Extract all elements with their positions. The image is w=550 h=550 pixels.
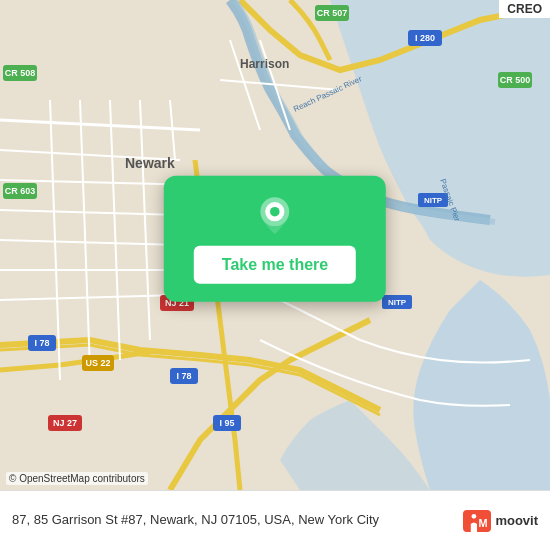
svg-text:NJ 27: NJ 27 xyxy=(53,418,77,428)
svg-text:Harrison: Harrison xyxy=(240,57,289,71)
creo-bar: CREO xyxy=(499,0,550,18)
creo-label: CREO xyxy=(507,2,542,16)
moovit-icon: M xyxy=(463,510,491,532)
svg-text:CR 500: CR 500 xyxy=(500,75,531,85)
svg-text:M: M xyxy=(479,517,488,529)
address-text: 87, 85 Garrison St #87, Newark, NJ 07105… xyxy=(12,511,463,529)
svg-text:CR 603: CR 603 xyxy=(5,186,36,196)
bottom-bar: 87, 85 Garrison St #87, Newark, NJ 07105… xyxy=(0,490,550,550)
moovit-text: moovit xyxy=(495,513,538,528)
moovit-logo: M moovit xyxy=(463,510,538,532)
take-me-there-button[interactable]: Take me there xyxy=(194,246,356,284)
svg-text:CR 507: CR 507 xyxy=(317,8,348,18)
svg-text:I 95: I 95 xyxy=(219,418,234,428)
svg-text:NITP: NITP xyxy=(424,196,443,205)
osm-attribution: © OpenStreetMap contributors xyxy=(6,472,148,485)
svg-point-50 xyxy=(270,207,280,217)
map-pin-icon xyxy=(255,196,295,236)
svg-text:I 78: I 78 xyxy=(176,371,191,381)
svg-point-52 xyxy=(472,514,477,519)
map-container: CR 507 I 280 CR 508 CR 500 NJ 21 NITP NJ… xyxy=(0,0,550,490)
svg-text:US 22: US 22 xyxy=(85,358,110,368)
svg-text:I 78: I 78 xyxy=(34,338,49,348)
svg-text:CR 508: CR 508 xyxy=(5,68,36,78)
svg-text:NITP: NITP xyxy=(388,298,407,307)
svg-text:I 280: I 280 xyxy=(415,33,435,43)
svg-text:Newark: Newark xyxy=(125,155,175,171)
location-card: Take me there xyxy=(164,176,386,302)
